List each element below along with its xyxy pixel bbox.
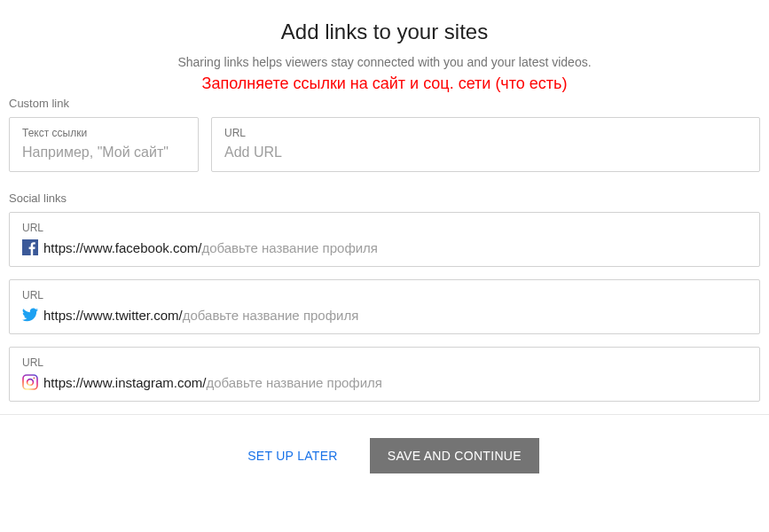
svg-point-3 (33, 378, 35, 379)
set-up-later-button[interactable]: SET UP LATER (230, 438, 356, 473)
social-links-label: Social links (9, 192, 760, 205)
divider (0, 414, 769, 415)
twitter-icon (22, 307, 38, 323)
facebook-icon (22, 239, 38, 255)
page-title: Add links to your sites (9, 20, 760, 44)
social-twitter-field[interactable]: URL https://www.twitter.com/добавьте наз… (9, 279, 760, 334)
social-url-label: URL (22, 222, 747, 234)
link-text-field[interactable]: Текст ссылки (9, 117, 199, 172)
link-url-field[interactable]: URL (211, 117, 760, 172)
instagram-url-hint: добавьте название профиля (206, 375, 382, 390)
twitter-url-base: https://www.twitter.com/ (43, 308, 183, 323)
facebook-url-base: https://www.facebook.com/ (43, 240, 201, 255)
twitter-url-hint: добавьте название профиля (183, 308, 359, 323)
svg-point-2 (27, 379, 34, 386)
button-row: SET UP LATER SAVE AND CONTINUE (9, 438, 760, 473)
custom-link-label: Custom link (9, 97, 760, 110)
link-url-input[interactable] (224, 145, 747, 160)
social-url-label: URL (22, 289, 747, 301)
instagram-icon (22, 374, 38, 390)
facebook-url-hint: добавьте название профиля (201, 240, 378, 255)
social-facebook-field[interactable]: URL https://www.facebook.com/добавьте на… (9, 212, 760, 267)
custom-link-row: Текст ссылки URL (9, 117, 760, 172)
social-instagram-field[interactable]: URL (9, 347, 760, 402)
link-text-label: Текст ссылки (22, 127, 185, 139)
instagram-url-base: https://www.instagram.com/ (43, 375, 206, 390)
save-continue-button[interactable]: SAVE AND CONTINUE (370, 438, 539, 473)
link-text-input[interactable] (22, 145, 185, 160)
svg-rect-1 (23, 375, 37, 389)
social-url-label: URL (22, 356, 747, 369)
page-subtitle: Sharing links helps viewers stay connect… (9, 55, 760, 69)
annotation-text: Заполняете ссылки на сайт и соц. сети (ч… (9, 74, 760, 93)
link-url-label: URL (224, 127, 747, 139)
